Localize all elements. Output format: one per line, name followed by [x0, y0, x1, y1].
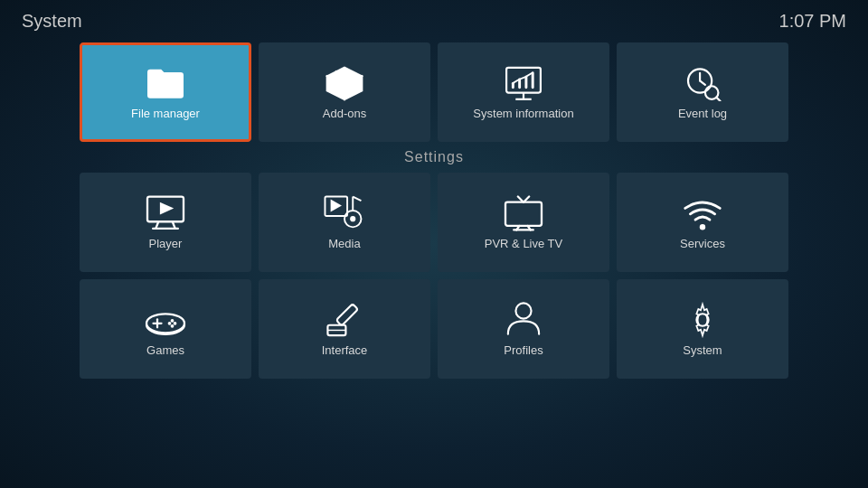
svg-marker-23 — [331, 199, 342, 211]
tile-system-information[interactable]: System information — [438, 42, 609, 142]
paint-icon — [323, 302, 366, 338]
svg-point-40 — [174, 321, 177, 324]
tile-label-media: Media — [328, 237, 360, 250]
tile-label-event-log: Event log — [678, 107, 727, 120]
settings-section-label: Settings — [0, 149, 868, 165]
tile-interface[interactable]: Interface — [259, 279, 430, 379]
svg-point-34 — [700, 224, 705, 230]
tile-services[interactable]: Services — [617, 173, 788, 272]
folder-icon — [144, 65, 187, 101]
svg-rect-43 — [336, 304, 358, 325]
svg-rect-28 — [505, 202, 542, 225]
media-icon — [323, 195, 366, 231]
tile-file-manager[interactable]: File manager — [80, 42, 251, 142]
tile-label-system-information: System information — [473, 107, 573, 120]
tile-pvr-live-tv[interactable]: PVR & Live TV — [438, 173, 609, 272]
tile-label-add-ons: Add-ons — [323, 107, 366, 120]
tile-games[interactable]: Games — [80, 279, 251, 379]
tile-event-log[interactable]: Event log — [617, 42, 788, 142]
svg-point-36 — [146, 314, 184, 333]
tile-system[interactable]: System — [617, 279, 788, 379]
svg-marker-21 — [160, 202, 174, 214]
tile-label-player: Player — [149, 237, 183, 250]
box-icon — [323, 65, 366, 101]
svg-point-25 — [350, 216, 355, 221]
monitor-play-icon — [144, 195, 187, 231]
presentation-icon — [502, 65, 545, 101]
tile-media[interactable]: Media — [259, 173, 430, 272]
clock: 1:07 PM — [779, 11, 846, 32]
svg-point-39 — [171, 318, 175, 322]
settings-row-1: Player Media PVR & Live TV — [0, 173, 868, 272]
svg-rect-5 — [506, 67, 541, 92]
tile-add-ons[interactable]: Add-ons — [259, 42, 430, 142]
gear-icon — [681, 302, 724, 338]
svg-line-14 — [700, 80, 705, 84]
svg-point-42 — [171, 324, 175, 327]
tv-icon — [502, 195, 545, 231]
tile-label-file-manager: File manager — [131, 107, 200, 120]
svg-point-46 — [515, 303, 531, 318]
person-icon — [502, 302, 545, 338]
settings-row-2: Games Interface Profiles System — [0, 279, 868, 379]
tile-profiles[interactable]: Profiles — [438, 279, 609, 379]
svg-point-41 — [168, 321, 172, 324]
wifi-icon — [681, 195, 724, 231]
page-title: System — [22, 11, 82, 32]
tile-label-system: System — [683, 343, 722, 357]
tile-label-interface: Interface — [322, 343, 368, 357]
tile-label-pvr-live-tv: PVR & Live TV — [485, 237, 562, 250]
clock-search-icon — [681, 65, 724, 101]
tile-label-games: Games — [146, 343, 184, 357]
svg-line-27 — [353, 196, 361, 201]
tile-player[interactable]: Player — [80, 173, 251, 272]
tile-label-profiles: Profiles — [504, 343, 542, 357]
svg-line-16 — [716, 97, 720, 100]
gamepad-icon — [144, 302, 187, 338]
tile-label-services: Services — [680, 237, 725, 250]
top-row: File manager Add-ons System information — [0, 42, 868, 142]
